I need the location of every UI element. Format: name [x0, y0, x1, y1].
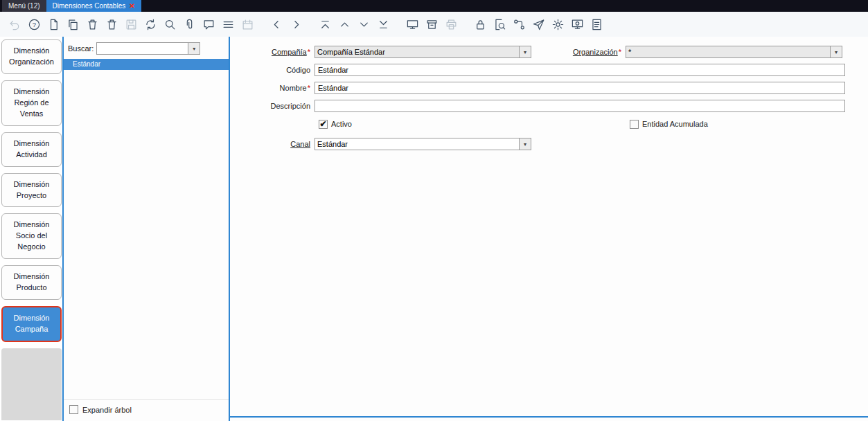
canal-label[interactable]: Canal: [290, 140, 310, 148]
request-button[interactable]: [529, 15, 547, 33]
zoom-across-icon: [493, 18, 506, 31]
chevron-down-icon: ▾: [835, 49, 838, 55]
sidebar-tab-dimension-campana[interactable]: Dimensión Campaña: [1, 306, 62, 342]
grid-toggle-button[interactable]: [219, 15, 237, 33]
save-icon: [125, 18, 138, 31]
help-log-button[interactable]: [587, 15, 605, 33]
last-record-icon: [377, 18, 390, 31]
activo-checkbox[interactable]: ✔: [319, 120, 328, 129]
zoom-across-button[interactable]: [490, 15, 508, 33]
next-record-button[interactable]: [355, 15, 373, 33]
refresh-icon: [144, 18, 157, 31]
organizacion-input[interactable]: [626, 46, 831, 58]
chevron-down-icon: [357, 18, 371, 31]
entidad-acumulada-checkbox[interactable]: [630, 120, 639, 129]
expandir-arbol-checkbox[interactable]: [69, 405, 78, 414]
canal-input[interactable]: [315, 138, 520, 150]
report-button[interactable]: [403, 15, 421, 33]
delete-record-button[interactable]: [83, 15, 101, 33]
nombre-input[interactable]: [315, 82, 845, 94]
search-row: Buscar: ▾: [64, 37, 229, 59]
find-icon: [163, 18, 177, 31]
delete-selection-icon: [105, 18, 118, 31]
last-record-button[interactable]: [374, 15, 392, 33]
forward-button[interactable]: [287, 15, 305, 33]
delete-selection-button[interactable]: [103, 15, 121, 33]
copy-record-button[interactable]: [64, 15, 82, 33]
row-compania-organizacion: Compañía* ▾ Organización* ▾: [230, 46, 868, 58]
descripcion-input[interactable]: [315, 100, 845, 112]
grid-toggle-icon: [222, 18, 235, 31]
sidebar-tab-dimension-organizacion[interactable]: Dimensión Organización: [1, 39, 62, 74]
compania-label[interactable]: Compañía: [272, 48, 307, 56]
new-record-icon: [47, 18, 60, 31]
canal-combo: ▾: [315, 138, 531, 150]
required-marker: *: [308, 48, 310, 56]
tab-menu-label: Menú (12): [8, 2, 40, 10]
required-marker: *: [308, 84, 310, 92]
search-input[interactable]: [96, 42, 188, 55]
new-record-button[interactable]: [44, 15, 62, 33]
entidad-acumulada-label: Entidad Acumulada: [642, 120, 708, 128]
archive-icon: [425, 18, 439, 31]
save-button[interactable]: [122, 15, 140, 33]
calendar-button[interactable]: [238, 15, 256, 33]
organizacion-label[interactable]: Organización: [573, 48, 618, 56]
sidebar-tab-dimension-socio-del-negocio[interactable]: Dimensión Socio del Negocio: [1, 213, 62, 259]
find-button[interactable]: [161, 15, 179, 33]
nombre-label-cell: Nombre*: [230, 84, 315, 92]
sidebar-tab-dimension-proyecto[interactable]: Dimensión Proyecto: [1, 173, 62, 208]
codigo-input[interactable]: [315, 64, 845, 76]
undo-button[interactable]: [6, 15, 24, 33]
row-nombre: Nombre*: [230, 82, 868, 94]
sidebar-tab-dimension-region-de-ventas[interactable]: Dimensión Región de Ventas: [1, 80, 62, 126]
print-button[interactable]: [442, 15, 460, 33]
compania-label-cell: Compañía*: [230, 48, 315, 56]
first-record-button[interactable]: [316, 15, 334, 33]
row-descripcion: Descripción: [230, 100, 868, 112]
chevron-down-icon: ▾: [524, 141, 526, 147]
tab-active-label: Dimensiones Contables: [53, 2, 126, 10]
descripcion-label-cell: Descripción: [230, 102, 315, 110]
undo-icon: [8, 18, 21, 31]
report-icon: [406, 18, 419, 31]
refresh-button[interactable]: [141, 15, 159, 33]
tab-menu[interactable]: Menú (12): [2, 0, 46, 12]
close-tab-icon[interactable]: ✕: [129, 3, 134, 10]
check-icon: ✔: [319, 120, 326, 128]
chat-button[interactable]: [200, 15, 218, 33]
workflow-icon: [513, 18, 526, 31]
sidebar-tab-dimension-actividad[interactable]: Dimensión Actividad: [1, 132, 62, 167]
search-dropdown-button[interactable]: ▾: [188, 42, 200, 55]
previous-record-button[interactable]: [335, 15, 353, 33]
copy-record-icon: [67, 18, 80, 31]
activo-label: Activo: [331, 120, 352, 128]
organizacion-label-cell: Organización*: [531, 48, 626, 56]
sidebar-tab-dimension-producto[interactable]: Dimensión Producto: [1, 265, 62, 300]
paper-plane-icon: [532, 18, 545, 31]
tree-item-estandar[interactable]: Estándar: [64, 59, 229, 70]
product-info-button[interactable]: [568, 15, 586, 33]
calendar-icon: [241, 18, 254, 31]
settings-button[interactable]: [549, 15, 567, 33]
archive-button[interactable]: [423, 15, 441, 33]
help-button[interactable]: [25, 15, 43, 33]
canal-dropdown-button[interactable]: ▾: [520, 138, 531, 150]
nombre-label: Nombre: [280, 84, 307, 92]
compania-dropdown-button[interactable]: ▾: [520, 46, 531, 58]
chevron-down-icon: ▾: [524, 49, 526, 55]
tree-panel: Buscar: ▾ Estándar Expandir árbol: [62, 37, 230, 421]
print-icon: [445, 18, 458, 31]
attachment-button[interactable]: [180, 15, 198, 33]
organizacion-dropdown-button[interactable]: ▾: [831, 46, 842, 58]
back-button[interactable]: [267, 15, 285, 33]
delete-record-icon: [86, 18, 99, 31]
tab-dimensiones-contables[interactable]: Dimensiones Contables ✕: [46, 0, 141, 12]
lock-button[interactable]: [471, 15, 489, 33]
help-log-icon: [590, 18, 603, 31]
compania-input[interactable]: [315, 46, 520, 58]
descripcion-label: Descripción: [271, 102, 310, 110]
window-tabbar: Menú (12) Dimensiones Contables ✕: [0, 0, 868, 12]
row-canal: Canal ▾: [230, 138, 868, 150]
workflow-button[interactable]: [510, 15, 528, 33]
